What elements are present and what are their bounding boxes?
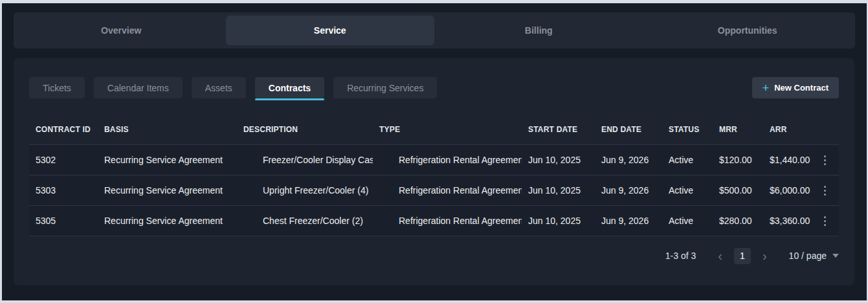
new-contract-button[interactable]: + New Contract <box>752 77 839 98</box>
column-header-arr: ARR <box>763 125 811 134</box>
table-row[interactable]: 5303 Recurring Service Agreement Upright… <box>29 175 839 205</box>
subtab-recurring-services[interactable]: Recurring Services <box>333 77 437 98</box>
page-size-label: 10 / page <box>789 251 827 261</box>
contracts-table-body: 5302 Recurring Service Agreement Freezer… <box>29 144 839 236</box>
tab-service[interactable]: Service <box>226 16 435 45</box>
column-header-end-date: END DATE <box>595 125 662 134</box>
table-header-row: CONTRACT ID BASIS DESCRIPTION TYPE START… <box>29 115 839 144</box>
cell-end-date: Jun 9, 2026 <box>595 155 662 165</box>
column-header-description: DESCRIPTION <box>237 125 373 134</box>
cell-basis: Recurring Service Agreement <box>98 155 237 165</box>
cell-start-date: Jun 10, 2025 <box>522 216 595 226</box>
row-actions-menu-icon[interactable] <box>820 212 830 230</box>
cell-contract-id: 5302 <box>29 155 98 165</box>
prev-page-button[interactable]: ‹ <box>715 249 725 262</box>
chevron-left-icon: ‹ <box>718 249 722 263</box>
active-tab-underline <box>255 98 324 100</box>
cell-arr: $1,440.00 <box>763 155 811 165</box>
cell-arr: $6,000.00 <box>763 185 811 196</box>
cell-start-date: Jun 10, 2025 <box>522 155 595 165</box>
table-row[interactable]: 5302 Recurring Service Agreement Freezer… <box>29 144 839 175</box>
new-contract-label: New Contract <box>774 83 829 93</box>
cell-status: Active <box>662 216 713 226</box>
cell-basis: Recurring Service Agreement <box>98 185 237 196</box>
cell-actions <box>811 152 839 169</box>
column-header-mrr: MRR <box>713 125 763 134</box>
sub-tab-bar: Tickets Calendar Items Assets Contracts … <box>29 77 839 98</box>
page-size-select[interactable]: 10 / page <box>789 251 839 261</box>
cell-start-date: Jun 10, 2025 <box>522 185 595 196</box>
chevron-down-icon <box>832 254 839 258</box>
cell-type: Refrigeration Rental Agreement <box>373 216 522 226</box>
pagination: 1-3 of 3 ‹ 1 › 10 / page <box>29 246 839 265</box>
top-tab-bar: Overview Service Billing Opportunities <box>14 12 855 49</box>
cell-actions <box>811 182 839 199</box>
subtab-contracts-label: Contracts <box>269 83 311 93</box>
cell-arr: $3,360.00 <box>763 216 811 226</box>
column-header-basis: BASIS <box>98 125 237 134</box>
cell-description: Upright Freezer/Cooler (4) <box>237 185 373 196</box>
subtab-calendar-items[interactable]: Calendar Items <box>94 77 183 98</box>
column-header-status: STATUS <box>662 125 713 134</box>
current-page-button[interactable]: 1 <box>734 248 751 264</box>
column-header-contract-id: CONTRACT ID <box>29 125 98 134</box>
cell-description: Freezer/Cooler Display Case <box>237 155 373 165</box>
subtab-assets[interactable]: Assets <box>192 77 246 98</box>
cell-type: Refrigeration Rental Agreement <box>373 185 522 196</box>
row-actions-menu-icon[interactable] <box>820 182 830 199</box>
cell-actions <box>811 212 839 230</box>
column-header-type: TYPE <box>373 125 522 134</box>
cell-mrr: $120.00 <box>713 155 763 165</box>
chevron-right-icon: › <box>762 249 767 263</box>
row-actions-menu-icon[interactable] <box>820 152 830 169</box>
cell-end-date: Jun 9, 2026 <box>595 216 662 226</box>
cell-type: Refrigeration Rental Agreement <box>373 155 522 165</box>
cell-status: Active <box>662 155 713 165</box>
pagination-range: 1-3 of 3 <box>665 251 696 261</box>
tab-billing[interactable]: Billing <box>434 16 643 45</box>
tab-opportunities[interactable]: Opportunities <box>643 16 852 45</box>
page: Overview Service Billing Opportunities T… <box>0 0 868 303</box>
column-header-start-date: START DATE <box>522 125 595 134</box>
cell-end-date: Jun 9, 2026 <box>595 185 662 196</box>
subtab-contracts[interactable]: Contracts <box>255 77 324 98</box>
subtab-tickets[interactable]: Tickets <box>29 77 85 98</box>
cell-status: Active <box>662 185 713 196</box>
cell-mrr: $500.00 <box>713 185 763 196</box>
cell-basis: Recurring Service Agreement <box>98 216 237 226</box>
cell-mrr: $280.00 <box>713 216 763 226</box>
service-panel: Tickets Calendar Items Assets Contracts … <box>14 58 854 286</box>
cell-description: Chest Freezer/Cooler (2) <box>237 216 373 226</box>
next-page-button[interactable]: › <box>760 249 770 262</box>
cell-contract-id: 5303 <box>29 185 98 196</box>
table-row[interactable]: 5305 Recurring Service Agreement Chest F… <box>29 205 839 236</box>
plus-icon: + <box>762 82 770 94</box>
tab-overview[interactable]: Overview <box>17 16 226 45</box>
cell-contract-id: 5305 <box>29 216 98 226</box>
